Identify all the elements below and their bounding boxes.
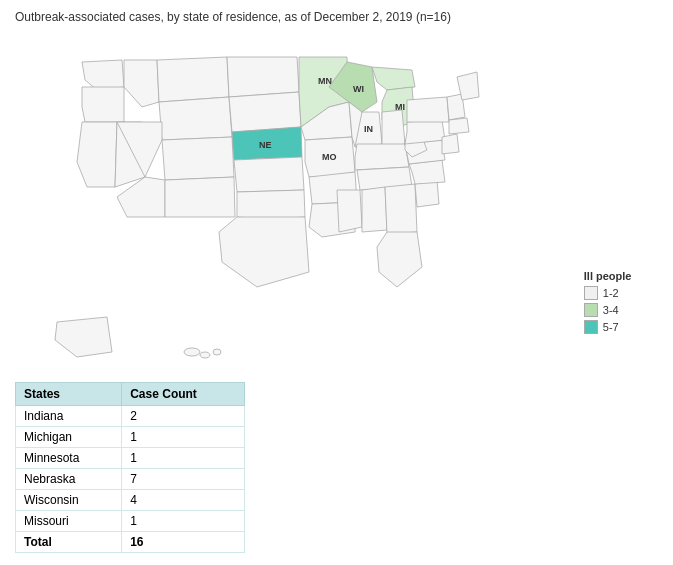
mo-label: MO (322, 152, 337, 162)
svg-marker-16 (219, 217, 309, 287)
svg-marker-39 (407, 97, 449, 122)
cell-state: Nebraska (16, 469, 122, 490)
table-row: Total16 (16, 532, 245, 553)
svg-marker-0 (82, 60, 124, 90)
wi-label: WI (353, 84, 364, 94)
legend-color-5-7 (584, 320, 598, 334)
cell-count: 1 (122, 427, 245, 448)
cell-count: 4 (122, 490, 245, 511)
svg-point-45 (200, 352, 210, 358)
cell-state: Wisconsin (16, 490, 122, 511)
cell-count: 7 (122, 469, 245, 490)
cell-state: Minnesota (16, 448, 122, 469)
table-row: Indiana2 (16, 406, 245, 427)
table-row: Nebraska7 (16, 469, 245, 490)
svg-marker-30 (337, 190, 362, 232)
svg-marker-5 (157, 57, 229, 102)
col-header-states: States (16, 383, 122, 406)
svg-marker-8 (162, 137, 234, 180)
legend-item-1-2: 1-2 (584, 286, 632, 300)
svg-marker-14 (234, 157, 304, 192)
case-count-table: States Case Count Indiana2Michigan1Minne… (15, 382, 245, 553)
svg-point-44 (184, 348, 200, 356)
svg-marker-11 (227, 57, 299, 97)
cell-state: Total (16, 532, 122, 553)
svg-point-46 (213, 349, 221, 355)
ne-label: NE (259, 140, 272, 150)
svg-marker-2 (77, 122, 117, 187)
legend: Ill people 1-2 3-4 5-7 (579, 265, 637, 342)
table-row: Missouri1 (16, 511, 245, 532)
cell-count: 1 (122, 448, 245, 469)
main-container: Outbreak-associated cases, by state of r… (0, 0, 673, 565)
legend-label-3-4: 3-4 (603, 304, 619, 316)
svg-marker-43 (442, 134, 459, 154)
svg-marker-47 (55, 317, 112, 357)
cell-state: Indiana (16, 406, 122, 427)
svg-marker-10 (165, 177, 235, 217)
svg-marker-4 (124, 60, 159, 107)
data-table-area: States Case Count Indiana2Michigan1Minne… (15, 382, 245, 553)
chart-title: Outbreak-associated cases, by state of r… (15, 10, 658, 24)
svg-marker-15 (237, 190, 305, 219)
cell-state: Missouri (16, 511, 122, 532)
svg-marker-24 (372, 67, 415, 90)
table-row: Michigan1 (16, 427, 245, 448)
svg-marker-6 (159, 97, 232, 140)
svg-marker-28 (355, 144, 409, 170)
cell-count: 16 (122, 532, 245, 553)
cell-count: 1 (122, 511, 245, 532)
in-label: IN (364, 124, 373, 134)
mn-label: MN (318, 76, 332, 86)
legend-title: Ill people (584, 270, 632, 282)
legend-label-1-2: 1-2 (603, 287, 619, 299)
svg-marker-33 (377, 232, 422, 287)
legend-color-1-2 (584, 286, 598, 300)
col-header-count: Case Count (122, 383, 245, 406)
legend-label-5-7: 5-7 (603, 321, 619, 333)
svg-marker-31 (362, 187, 387, 232)
legend-item-3-4: 3-4 (584, 303, 632, 317)
svg-marker-38 (405, 120, 445, 144)
svg-marker-32 (385, 184, 417, 234)
us-map: NE MN MO WI (27, 32, 647, 372)
map-area: NE MN MO WI (27, 32, 647, 372)
legend-color-3-4 (584, 303, 598, 317)
table-row: Wisconsin4 (16, 490, 245, 511)
cell-state: Michigan (16, 427, 122, 448)
svg-marker-12 (229, 92, 301, 132)
svg-marker-27 (382, 110, 405, 147)
cell-count: 2 (122, 406, 245, 427)
svg-marker-1 (82, 87, 124, 122)
svg-marker-42 (449, 118, 469, 134)
legend-item-5-7: 5-7 (584, 320, 632, 334)
table-row: Minnesota1 (16, 448, 245, 469)
